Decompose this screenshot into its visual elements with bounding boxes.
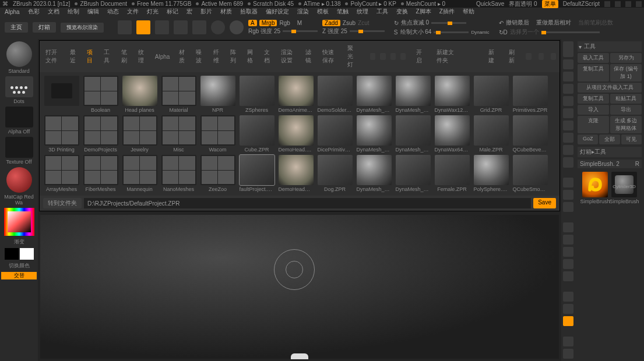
prev-icon[interactable] bbox=[370, 53, 375, 60]
home-button[interactable]: 主页 bbox=[5, 22, 28, 33]
menu-item-8[interactable]: 标记 bbox=[167, 8, 178, 16]
grid-thumb[interactable] bbox=[513, 115, 548, 146]
grid-thumb[interactable] bbox=[357, 155, 392, 185]
grid-thumb[interactable] bbox=[357, 115, 392, 146]
grid-thumb[interactable] bbox=[83, 155, 118, 185]
large-view-icon[interactable] bbox=[551, 53, 556, 60]
grid-cell[interactable]: NPR bbox=[199, 76, 236, 113]
goz-visible-button[interactable]: 可见 bbox=[621, 135, 642, 144]
ui-transparency[interactable]: 界面透明 0 bbox=[509, 0, 537, 8]
z-intensity-slider[interactable] bbox=[350, 30, 385, 32]
rgb-intensity-slider[interactable] bbox=[283, 30, 318, 32]
browser-open-button[interactable]: 开启 bbox=[414, 47, 426, 66]
grid-thumb[interactable] bbox=[396, 76, 431, 106]
lightbox-button[interactable]: 灯箱 bbox=[33, 22, 56, 33]
gradient-label[interactable]: 渐变 bbox=[14, 238, 24, 246]
grid-thumb[interactable] bbox=[435, 155, 470, 185]
browser-refresh-button[interactable]: 刷新 bbox=[506, 47, 519, 66]
history-slider[interactable] bbox=[541, 31, 600, 33]
undo-icon[interactable]: ↶ bbox=[499, 20, 504, 26]
grid-thumb[interactable] bbox=[435, 115, 470, 146]
browser-tab-8[interactable]: 噪波 bbox=[193, 47, 206, 66]
alternate-button[interactable]: 交替 bbox=[1, 272, 37, 279]
grid-thumb[interactable] bbox=[240, 76, 275, 106]
active-view-icon[interactable] bbox=[563, 316, 573, 326]
grid-cell[interactable]: Wacom bbox=[199, 115, 236, 153]
menu-item-19[interactable]: 变换 bbox=[396, 8, 408, 16]
grid-thumb[interactable] bbox=[83, 76, 118, 106]
grid-cell[interactable]: Mannequin bbox=[121, 155, 158, 192]
menu-item-7[interactable]: 灯光 bbox=[147, 8, 159, 16]
grid-cell[interactable]: DicePrimitives.ZP bbox=[316, 115, 353, 153]
snap-icon[interactable] bbox=[563, 349, 573, 359]
sculptris-icon[interactable] bbox=[118, 20, 132, 34]
export-button[interactable]: 导出 bbox=[610, 105, 642, 115]
grid-thumb[interactable] bbox=[200, 76, 235, 106]
grid-thumb[interactable] bbox=[122, 76, 157, 106]
make-polymesh-button[interactable]: 生成 多边形网格体 bbox=[610, 116, 642, 133]
path-input[interactable] bbox=[84, 198, 531, 208]
r-label[interactable]: R bbox=[635, 161, 639, 167]
menu-item-10[interactable]: 影片 bbox=[200, 8, 212, 16]
grid-cell[interactable]: Material bbox=[160, 76, 197, 113]
grid-thumb[interactable] bbox=[161, 155, 196, 185]
grid-cell[interactable]: ZeeZoo bbox=[199, 155, 236, 192]
grid-thumb[interactable] bbox=[474, 155, 509, 185]
browser-tab-5[interactable]: 纹理 bbox=[136, 47, 148, 66]
tool-thumb-2[interactable]: Cylinder3D bbox=[611, 172, 637, 197]
grid-cell[interactable]: Male.ZPR bbox=[473, 115, 509, 153]
grid-thumb[interactable] bbox=[240, 115, 275, 146]
up-icon[interactable] bbox=[390, 53, 396, 60]
curve-icon[interactable]: ↻ bbox=[394, 20, 399, 26]
menu-button[interactable]: 菜单 bbox=[542, 0, 558, 8]
zsub-toggle[interactable]: Zsub bbox=[343, 20, 356, 26]
grid-thumb[interactable] bbox=[513, 155, 548, 185]
menu-item-9[interactable]: 宏 bbox=[186, 8, 192, 16]
grid-cell[interactable]: faultProject.ZPR bbox=[238, 155, 275, 192]
zcut-toggle[interactable]: Zcut bbox=[358, 20, 369, 26]
grid-thumb[interactable] bbox=[474, 76, 509, 106]
grid-thumb[interactable] bbox=[161, 76, 196, 106]
import-button[interactable]: 导入 bbox=[578, 105, 609, 115]
frame-mesh-icon[interactable] bbox=[563, 304, 573, 314]
browser-tab-1[interactable]: 最近 bbox=[68, 47, 80, 66]
copy-tool-button[interactable]: 复制工具 bbox=[578, 64, 609, 82]
fit-icon[interactable] bbox=[563, 84, 573, 94]
view-icon[interactable] bbox=[400, 53, 406, 60]
grid-thumb[interactable] bbox=[200, 115, 235, 146]
grid-cell[interactable]: Jewelry bbox=[121, 115, 158, 153]
menu-item-2[interactable]: 文档 bbox=[48, 8, 59, 16]
grid-cell[interactable]: QCubeSmooth.ZP bbox=[512, 155, 548, 192]
browser-tab-6[interactable]: Alpha bbox=[153, 52, 173, 61]
grid-thumb[interactable] bbox=[240, 155, 275, 185]
browser-tab-10[interactable]: 阵列 bbox=[228, 47, 240, 66]
menu-item-5[interactable]: 动态 bbox=[107, 8, 119, 16]
grid-cell[interactable]: Grid.ZPR bbox=[473, 76, 509, 113]
grid-thumb[interactable] bbox=[513, 76, 548, 106]
zadd-pill[interactable]: Zadd bbox=[322, 20, 340, 26]
size-icon[interactable]: S bbox=[394, 29, 398, 36]
gizmo-icon[interactable] bbox=[155, 20, 169, 34]
grid-thumb[interactable] bbox=[44, 115, 79, 146]
menu-item-13[interactable]: 偏好设定 bbox=[266, 8, 289, 16]
menu-item-14[interactable]: 渲染 bbox=[297, 8, 309, 16]
persp-icon[interactable] bbox=[563, 121, 573, 130]
menu-item-1[interactable]: 色彩 bbox=[28, 8, 40, 16]
browser-tab-16[interactable]: 聚光灯 bbox=[345, 43, 361, 70]
grid-thumb[interactable] bbox=[474, 115, 509, 146]
polyf-icon[interactable] bbox=[563, 222, 573, 232]
grid-cell[interactable]: DynaMesh_Sphere bbox=[356, 155, 392, 192]
browser-tab-2[interactable]: 项目 bbox=[85, 47, 97, 66]
grid-thumb[interactable] bbox=[44, 155, 79, 185]
quicksave-button[interactable]: QuickSave bbox=[476, 1, 504, 7]
menu-item-12[interactable]: 拾取器 bbox=[240, 8, 258, 16]
tool-thumb-1[interactable] bbox=[582, 172, 608, 197]
xyz-icon[interactable] bbox=[563, 292, 573, 302]
window-max-icon[interactable] bbox=[625, 1, 631, 7]
grid-cell[interactable]: 3D Printing bbox=[43, 115, 80, 153]
menu-item-15[interactable]: 模板 bbox=[317, 8, 329, 16]
menu-item-3[interactable]: 绘制 bbox=[68, 8, 79, 16]
menu-item-11[interactable]: 材质 bbox=[220, 8, 232, 16]
grid-cell[interactable]: DemoHead.ZPR bbox=[277, 115, 314, 153]
grid-cell[interactable]: Dog.ZPR bbox=[316, 155, 353, 192]
